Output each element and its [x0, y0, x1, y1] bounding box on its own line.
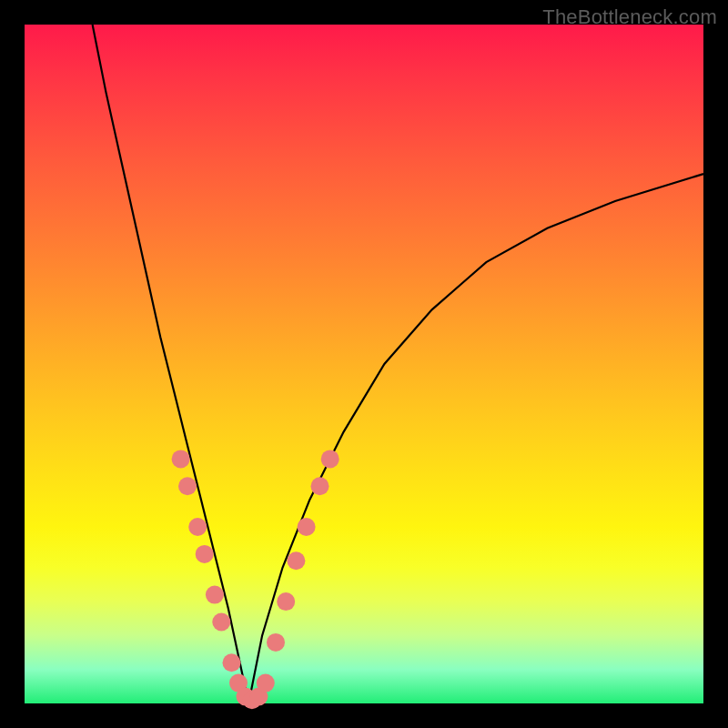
data-marker — [178, 477, 197, 495]
data-marker — [196, 545, 214, 563]
curve-group — [93, 25, 703, 703]
series-left-branch — [93, 25, 249, 703]
data-marker — [321, 450, 339, 468]
data-marker — [172, 450, 190, 468]
data-marker — [277, 592, 295, 611]
data-marker — [311, 477, 329, 495]
data-marker — [188, 518, 207, 536]
chart-svg — [0, 0, 728, 728]
data-marker — [223, 653, 241, 672]
watermark-text: TheBottleneck.com — [542, 5, 717, 29]
data-marker — [257, 674, 275, 693]
series-right-branch — [248, 174, 703, 703]
data-marker — [212, 613, 230, 632]
data-marker — [298, 518, 316, 536]
chart-container: TheBottleneck.com — [0, 0, 728, 728]
data-marker — [267, 633, 285, 652]
data-marker — [287, 551, 305, 570]
data-marker — [206, 586, 224, 604]
